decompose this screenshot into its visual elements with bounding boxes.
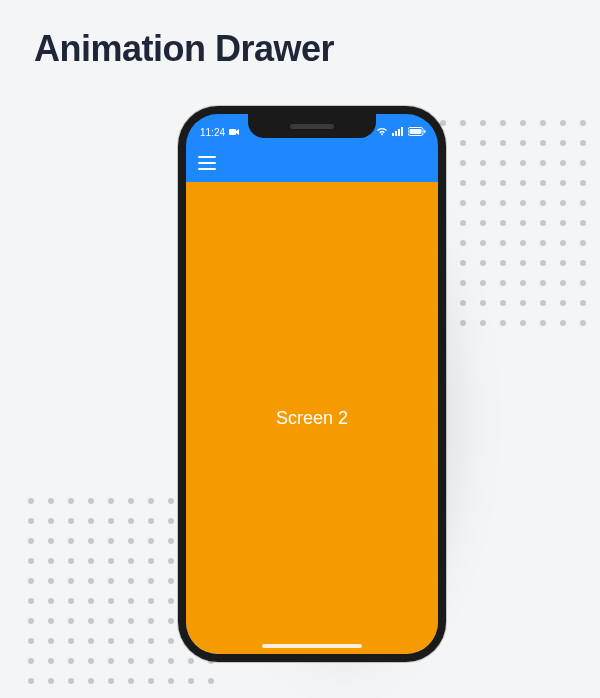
camera-icon xyxy=(229,127,239,138)
svg-rect-2 xyxy=(395,131,397,136)
svg-rect-7 xyxy=(424,130,426,133)
svg-rect-1 xyxy=(392,133,394,136)
svg-rect-3 xyxy=(398,129,400,136)
phone-screen: 11:24 Screen xyxy=(186,114,438,654)
phone-mockup: 11:24 Screen xyxy=(178,106,446,662)
status-left: 11:24 xyxy=(200,127,239,138)
svg-rect-4 xyxy=(401,127,403,136)
svg-rect-6 xyxy=(410,129,422,134)
page-title: Animation Drawer xyxy=(34,28,334,70)
status-time: 11:24 xyxy=(200,127,225,138)
screen-label: Screen 2 xyxy=(276,408,348,429)
status-right xyxy=(376,127,426,138)
battery-icon xyxy=(408,127,426,138)
wifi-icon xyxy=(376,127,388,138)
signal-icon xyxy=(392,127,404,138)
svg-rect-0 xyxy=(229,129,236,135)
home-indicator[interactable] xyxy=(262,644,362,648)
phone-notch xyxy=(248,114,376,138)
app-bar xyxy=(186,144,438,182)
notch-speaker xyxy=(290,124,334,129)
menu-icon[interactable] xyxy=(198,156,216,170)
screen-content[interactable]: Screen 2 xyxy=(186,182,438,654)
